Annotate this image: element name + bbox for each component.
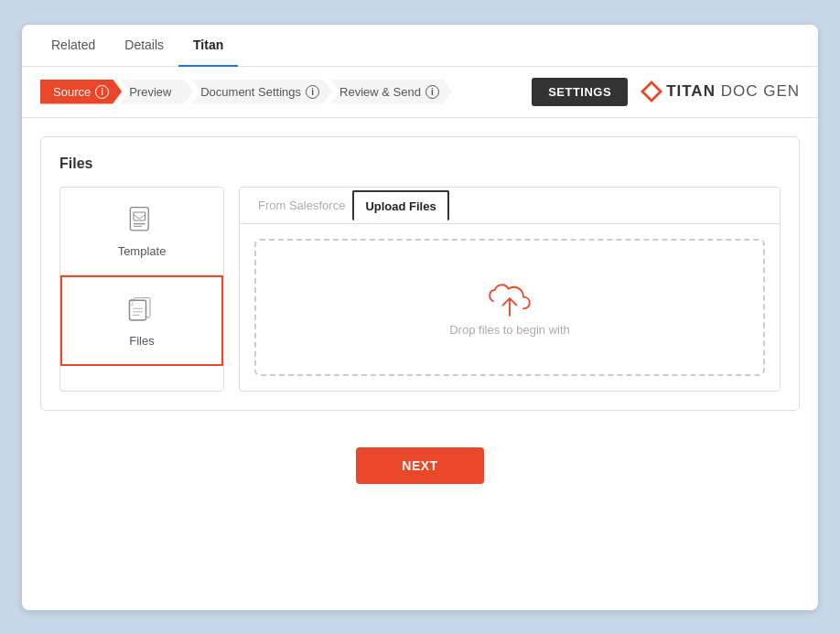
tab-details[interactable]: Details: [110, 25, 178, 67]
template-icon: [125, 204, 158, 237]
titan-logo-wrapper: TITAN DOC GEN: [639, 79, 800, 104]
step-source-label: Source: [53, 85, 91, 99]
sidebar-item-template[interactable]: Template: [60, 188, 223, 275]
sidebar-item-files[interactable]: Files: [60, 275, 223, 366]
settings-button[interactable]: SETTINGS: [532, 78, 628, 106]
cloud-upload-icon: [482, 277, 537, 323]
drop-zone[interactable]: Drop files to begin with: [254, 239, 765, 376]
sidebar-item-template-label: Template: [118, 244, 167, 258]
files-layout: Template: [59, 187, 781, 392]
tab-related[interactable]: Related: [37, 25, 110, 67]
files-section: Files Template: [40, 136, 800, 411]
next-section: NEXT: [22, 429, 818, 502]
step-document-settings[interactable]: Document Settings i: [191, 80, 332, 104]
step-source-info-icon[interactable]: i: [95, 85, 109, 99]
step-review-send[interactable]: Review & Send i: [330, 80, 452, 104]
next-button[interactable]: NEXT: [356, 447, 483, 484]
files-icon: [125, 294, 158, 327]
step-preview[interactable]: Preview: [120, 80, 193, 104]
titan-diamond-icon: [639, 79, 664, 104]
step-review-send-label: Review & Send: [339, 85, 421, 99]
files-title: Files: [59, 156, 781, 172]
svg-rect-10: [130, 300, 146, 320]
main-tabs: Related Details Titan: [22, 25, 818, 67]
files-content-tabs: From Salesforce Upload Files: [240, 188, 780, 224]
step-preview-label: Preview: [129, 85, 171, 99]
from-salesforce-label: From Salesforce: [254, 188, 349, 223]
tab-titan[interactable]: Titan: [178, 25, 238, 67]
upload-files-tab[interactable]: Upload Files: [352, 190, 448, 220]
brand-logo: TITAN DOC GEN: [639, 79, 800, 104]
step-doc-settings-label: Document Settings: [200, 85, 301, 99]
files-sidebar: Template: [59, 187, 224, 392]
step-source[interactable]: Source i: [40, 80, 122, 104]
brand-name: TITAN DOC GEN: [666, 82, 800, 101]
drop-zone-text: Drop files to begin with: [449, 323, 570, 337]
step-doc-settings-info-icon[interactable]: i: [306, 85, 319, 99]
wizard-bar: Source i Preview Document Settings i Rev…: [22, 67, 818, 118]
step-review-send-info-icon[interactable]: i: [425, 85, 439, 99]
sidebar-item-files-label: Files: [129, 334, 154, 348]
files-content: From Salesforce Upload Files Drop files …: [239, 187, 781, 392]
